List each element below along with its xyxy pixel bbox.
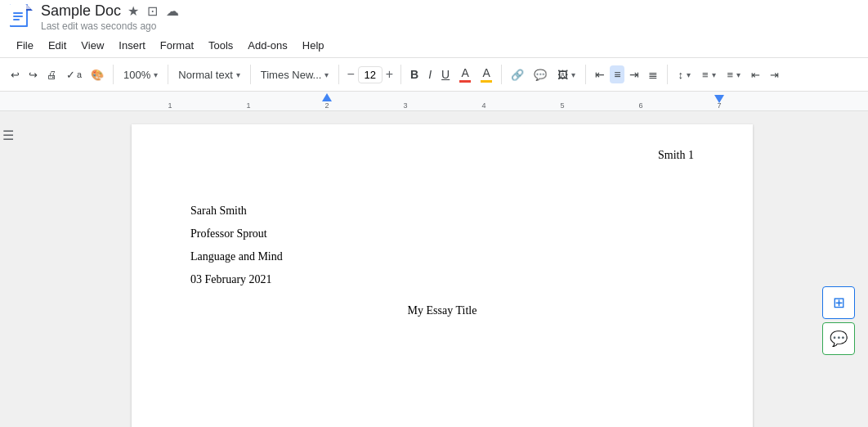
svg-rect-3: [10, 4, 26, 25]
align-left-button[interactable]: ⇤: [591, 65, 609, 83]
sep1: [113, 65, 114, 84]
essay-title: My Essay Title: [190, 299, 694, 322]
page-header-right: Smith 1: [658, 144, 694, 167]
zoom-chevron: ▾: [154, 70, 158, 79]
link-button[interactable]: 🔗: [507, 66, 528, 83]
decrease-font-button[interactable]: −: [344, 67, 356, 82]
svg-text:1: 1: [168, 101, 172, 110]
add-table-icon: ⊞: [833, 294, 845, 312]
svg-rect-5: [13, 12, 23, 14]
decrease-indent-button[interactable]: ⇤: [747, 66, 764, 83]
print-button[interactable]: 🖨: [43, 66, 61, 83]
date-line: 03 February 2021: [190, 268, 694, 291]
zoom-value: 100%: [123, 69, 150, 81]
numbered-list-button[interactable]: ≡ ▾: [697, 66, 721, 83]
add-comment-button[interactable]: 💬: [822, 322, 855, 355]
left-panel: ☰: [0, 111, 16, 427]
line-spacing-button[interactable]: ↕ ▾: [673, 66, 696, 83]
menu-tools[interactable]: Tools: [202, 36, 239, 55]
title-bar: Sample Doc ★ ⊡ ☁ Last edit was seconds a…: [0, 0, 868, 33]
comment-button[interactable]: 💬: [530, 66, 551, 83]
history-group: ↩ ↪ 🖨 ✓a 🎨: [7, 66, 108, 83]
align-justify-button[interactable]: ≣: [644, 65, 662, 83]
style-dropdown[interactable]: Normal text ▾: [173, 66, 244, 83]
right-actions: ⊞ 💬: [822, 286, 855, 355]
text-color-button[interactable]: A: [455, 64, 475, 85]
course-line: Language and Mind: [190, 245, 694, 268]
menu-view[interactable]: View: [74, 36, 110, 55]
essay-title-text: My Essay Title: [408, 304, 477, 317]
svg-rect-8: [0, 92, 868, 111]
sep5: [400, 65, 401, 84]
doc-area: ☰ Smith 1 Sarah Smith Professor Sprout L…: [0, 111, 868, 427]
style-chevron: ▾: [236, 70, 240, 79]
add-table-button[interactable]: ⊞: [822, 286, 855, 319]
sep3: [250, 65, 251, 84]
header-right-text: Smith 1: [658, 149, 694, 161]
increase-indent-button[interactable]: ⇥: [766, 66, 783, 83]
highlight-color-button[interactable]: A: [477, 64, 496, 85]
sep7: [585, 65, 586, 84]
menu-help[interactable]: Help: [296, 36, 331, 55]
highlight-color-indicator: A: [481, 66, 492, 83]
ruler: 1 1 2 3 4 5 6 7: [0, 92, 868, 111]
image-button[interactable]: 🖼 ▾: [553, 66, 580, 83]
author-name-line: Sarah Smith: [190, 200, 694, 222]
undo-button[interactable]: ↩: [7, 66, 24, 83]
menu-format[interactable]: Format: [154, 36, 200, 55]
redo-button[interactable]: ↪: [25, 66, 42, 83]
title-info: Sample Doc ★ ⊡ ☁ Last edit was seconds a…: [41, 2, 181, 32]
svg-rect-7: [13, 19, 20, 20]
star-icon[interactable]: ★: [126, 2, 141, 20]
underline-button[interactable]: U: [437, 65, 454, 83]
svg-rect-6: [13, 16, 23, 17]
italic-button[interactable]: I: [424, 65, 436, 83]
svg-text:4: 4: [481, 101, 485, 110]
font-chevron: ▾: [324, 70, 329, 79]
gdoc-icon: [10, 4, 34, 29]
svg-text:1: 1: [246, 101, 250, 110]
align-right-button[interactable]: ⇥: [625, 65, 643, 83]
menu-bar: File Edit View Insert Format Tools Add-o…: [0, 33, 868, 57]
style-value: Normal text: [178, 69, 232, 81]
menu-file[interactable]: File: [10, 36, 40, 55]
paint-format-button[interactable]: 🎨: [87, 66, 108, 83]
add-comment-icon: 💬: [830, 330, 848, 348]
menu-edit[interactable]: Edit: [42, 36, 73, 55]
menu-addons[interactable]: Add-ons: [241, 36, 293, 55]
svg-text:6: 6: [638, 101, 642, 110]
font-dropdown[interactable]: Times New... ▾: [256, 66, 334, 83]
spellcheck-button[interactable]: ✓a: [62, 66, 86, 83]
cloud-icon[interactable]: ☁: [164, 2, 181, 20]
sep4: [338, 65, 339, 84]
doc-title: Sample Doc: [41, 2, 121, 20]
highlight-color-bar: [481, 80, 492, 83]
text-color-indicator: A: [459, 66, 471, 83]
doc-content: Sarah Smith Professor Sprout Language an…: [190, 200, 694, 291]
align-group: ⇤ ≡ ⇥ ≣: [591, 65, 662, 83]
align-center-button[interactable]: ≡: [610, 65, 624, 83]
zoom-dropdown[interactable]: 100% ▾: [119, 66, 163, 83]
sep8: [667, 65, 668, 84]
toolbar: ↩ ↪ 🖨 ✓a 🎨 100% ▾ Normal text ▾ Times Ne…: [0, 57, 868, 92]
sep2: [168, 65, 168, 84]
increase-font-button[interactable]: +: [383, 67, 396, 82]
sep6: [501, 65, 502, 84]
bold-button[interactable]: B: [406, 65, 423, 83]
highlight-label: A: [483, 66, 490, 79]
professor-line: Professor Sprout: [190, 222, 694, 245]
folder-icon[interactable]: ⊡: [145, 2, 159, 20]
font-value: Times New...: [261, 69, 322, 81]
font-size-ctrl: − +: [344, 66, 396, 83]
document-page: Smith 1 Sarah Smith Professor Sprout Lan…: [132, 124, 753, 427]
last-edit-text: Last edit was seconds ago: [41, 20, 181, 32]
menu-insert[interactable]: Insert: [112, 36, 152, 55]
svg-text:5: 5: [560, 101, 564, 110]
bullet-list-button[interactable]: ≡ ▾: [723, 66, 746, 83]
ruler-svg: 1 1 2 3 4 5 6 7: [0, 92, 868, 111]
svg-text:3: 3: [403, 101, 407, 110]
outline-icon[interactable]: ☰: [2, 128, 14, 143]
doc-scroll-area[interactable]: Smith 1 Sarah Smith Professor Sprout Lan…: [16, 111, 868, 427]
text-color-bar: [459, 80, 471, 83]
font-size-input[interactable]: [358, 66, 383, 83]
